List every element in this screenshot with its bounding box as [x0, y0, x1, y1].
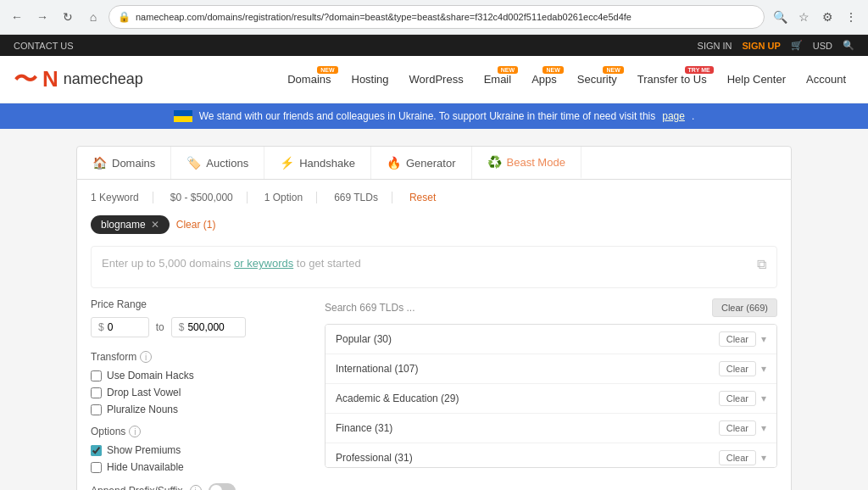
- tab-domains[interactable]: 🏠 Domains: [77, 147, 171, 179]
- browser-icons: 🔍 ☆ ⚙ ⋮: [770, 7, 861, 27]
- options-label: Options: [91, 426, 125, 437]
- tag-remove-btn[interactable]: ✕: [151, 219, 159, 231]
- clear-all-tlds-btn[interactable]: Clear (669): [712, 298, 777, 317]
- nav-security[interactable]: Security NEW: [569, 68, 626, 91]
- menu-icon-btn[interactable]: ⋮: [841, 7, 861, 27]
- transform-info-icon[interactable]: i: [140, 351, 152, 363]
- pluralize-checkbox[interactable]: [91, 404, 102, 415]
- tld-cat-professional: Professional (31) Clear ▾: [326, 443, 776, 468]
- cart-icon[interactable]: 🛒: [791, 40, 803, 51]
- logo-text: namecheap: [64, 70, 143, 88]
- tld-cat-name-popular: Popular (30): [336, 333, 392, 345]
- flag-blue: [174, 110, 192, 116]
- hide-unavailable-label: Hide Unavailable: [107, 461, 184, 473]
- transform-section: Transform i Use Domain Hacks Drop Last V…: [91, 351, 311, 415]
- keyword-tag-blogname: blogname ✕: [91, 215, 170, 234]
- currency-min: $: [98, 321, 104, 333]
- price-range-inputs: $ to $: [91, 317, 311, 337]
- nav-badge-apps: NEW: [542, 66, 563, 74]
- address-text: namecheap.com/domains/registration/resul…: [136, 12, 755, 22]
- forward-button[interactable]: →: [32, 7, 53, 27]
- nav-apps[interactable]: Apps NEW: [523, 68, 565, 91]
- search-icon[interactable]: 🔍: [843, 40, 854, 51]
- tld-chevron-popular[interactable]: ▾: [761, 333, 766, 345]
- browser-toolbar: ← → ↻ ⌂ 🔒 namecheap.com/domains/registra…: [0, 0, 868, 34]
- nav-email[interactable]: Email NEW: [476, 68, 520, 91]
- append-toggle[interactable]: [209, 483, 236, 490]
- tab-auctions[interactable]: 🏷️ Auctions: [171, 147, 264, 179]
- tld-clear-popular[interactable]: Clear: [719, 331, 756, 347]
- options-info-icon[interactable]: i: [129, 426, 141, 437]
- tld-cat-name-professional: Professional (31): [336, 452, 413, 464]
- options-header: Options i: [91, 426, 311, 437]
- tab-handshake[interactable]: ⚡ Handshake: [264, 147, 371, 179]
- tld-cat-actions-finance: Clear ▾: [719, 420, 766, 436]
- append-info-icon[interactable]: i: [190, 485, 202, 490]
- nav-account[interactable]: Account: [798, 68, 854, 91]
- append-label: Append Prefix/Suffix: [91, 485, 183, 490]
- price-min-input[interactable]: $: [91, 317, 149, 337]
- nav-help[interactable]: Help Center: [719, 68, 794, 91]
- nav-transfer[interactable]: Transfer to Us TRY ME: [629, 68, 715, 91]
- tld-cat-actions-professional: Clear ▾: [719, 450, 766, 465]
- tld-clear-professional[interactable]: Clear: [719, 450, 756, 465]
- left-column: Price Range $ to $ Transform: [91, 298, 311, 490]
- tld-search-label: Search 669 TLDs ...: [325, 302, 415, 314]
- signin-link[interactable]: SIGN IN: [698, 41, 732, 51]
- options-count: 1 Option: [264, 192, 317, 203]
- home-button[interactable]: ⌂: [83, 7, 103, 27]
- tld-clear-international[interactable]: Clear: [719, 361, 756, 376]
- tab-icon-beast: ♻️: [487, 155, 502, 169]
- nav-badge-transfer: TRY ME: [685, 66, 714, 74]
- to-label: to: [156, 321, 164, 333]
- nav-hosting[interactable]: Hosting: [343, 68, 398, 91]
- bookmark-icon-btn[interactable]: ☆: [793, 7, 814, 27]
- drop-vowel-checkbox[interactable]: [91, 387, 102, 398]
- price-max-input[interactable]: $: [171, 317, 247, 337]
- domain-hacks-checkbox[interactable]: [91, 370, 102, 381]
- show-premiums-checkbox[interactable]: [91, 445, 102, 456]
- ukraine-banner: We stand with our friends and colleagues…: [0, 103, 868, 129]
- main-content: 🏠 Domains 🏷️ Auctions ⚡ Handshake 🔥 Gene…: [0, 129, 868, 490]
- contact-link[interactable]: CONTACT US: [14, 41, 74, 51]
- nav-domains[interactable]: Domains NEW: [279, 68, 339, 91]
- keyword-hint-link[interactable]: or keywords: [234, 257, 293, 270]
- right-column: Search 669 TLDs ... Clear (669) Popular …: [325, 298, 777, 490]
- tld-chevron-international[interactable]: ▾: [761, 363, 766, 375]
- copy-icon[interactable]: ⧉: [757, 257, 766, 272]
- clear-keywords-link[interactable]: Clear (1): [176, 219, 216, 231]
- option-show-premiums: Show Premiums: [91, 444, 311, 456]
- refresh-button[interactable]: ↻: [58, 7, 78, 27]
- max-price-field[interactable]: [187, 321, 238, 333]
- signup-link[interactable]: SIGN UP: [743, 41, 781, 51]
- tld-count-meta: 669 TLDs: [334, 192, 392, 203]
- banner-link[interactable]: page: [662, 110, 685, 122]
- tld-chevron-professional[interactable]: ▾: [761, 452, 766, 464]
- tld-cat-actions-popular: Clear ▾: [719, 331, 766, 347]
- two-col-layout: Price Range $ to $ Transform: [91, 298, 777, 490]
- logo-icon: 〜: [14, 64, 37, 96]
- hide-unavailable-checkbox[interactable]: [91, 462, 102, 473]
- keyword-input-area[interactable]: Enter up to 5,000 domains or keywords to…: [91, 246, 777, 288]
- flag-yellow: [174, 116, 192, 122]
- tab-generator[interactable]: 🔥 Generator: [371, 147, 472, 179]
- tab-icon-handshake: ⚡: [280, 156, 294, 170]
- tld-chevron-finance[interactable]: ▾: [761, 422, 766, 434]
- tld-clear-finance[interactable]: Clear: [719, 420, 756, 436]
- currency-selector[interactable]: USD: [813, 41, 832, 51]
- min-price-field[interactable]: [108, 321, 142, 333]
- transform-option-0: Use Domain Hacks: [91, 370, 311, 381]
- tab-beast-mode[interactable]: ♻️ Beast Mode: [472, 147, 581, 179]
- transform-option-1: Drop Last Vowel: [91, 387, 311, 398]
- extension-icon-btn[interactable]: ⚙: [817, 7, 837, 27]
- transform-label: Transform: [91, 351, 136, 363]
- tld-cat-name-finance: Finance (31): [336, 422, 392, 434]
- tld-chevron-academic[interactable]: ▾: [761, 393, 766, 404]
- tab-icon-domains: 🏠: [92, 156, 107, 170]
- tld-clear-academic[interactable]: Clear: [719, 391, 756, 406]
- back-button[interactable]: ←: [7, 7, 27, 27]
- reset-link[interactable]: Reset: [409, 192, 436, 203]
- search-icon-btn[interactable]: 🔍: [770, 7, 790, 27]
- address-bar[interactable]: 🔒 namecheap.com/domains/registration/res…: [108, 5, 765, 29]
- nav-wordpress[interactable]: WordPress: [401, 68, 472, 91]
